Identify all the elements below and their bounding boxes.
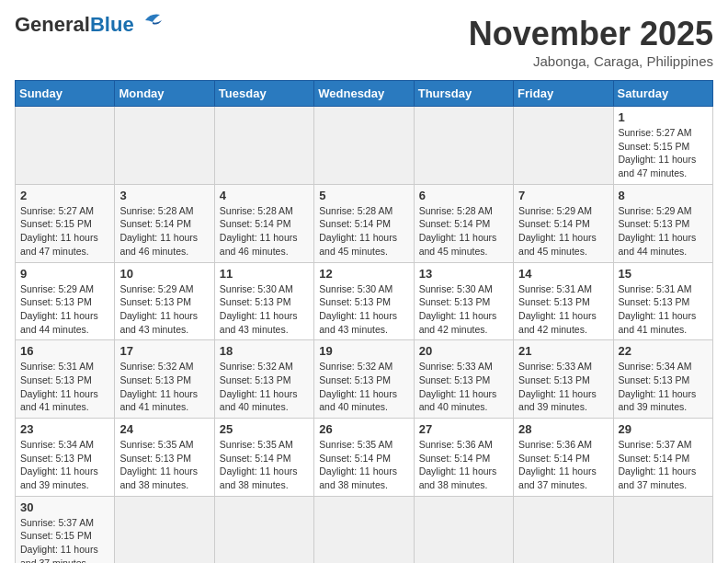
calendar-cell: 18Sunrise: 5:32 AMSunset: 5:13 PMDayligh… xyxy=(214,340,313,419)
logo: GeneralBlue xyxy=(15,15,165,35)
sunset-label: Sunset: 5:14 PM xyxy=(518,218,590,229)
day-number: 30 xyxy=(20,500,109,514)
sunrise-label: Sunrise: 5:33 AM xyxy=(518,361,592,372)
daylight-label: Daylight: 11 hours and 44 minutes. xyxy=(20,310,98,335)
daylight-label: Daylight: 11 hours and 39 minutes. xyxy=(20,465,98,490)
day-number: 2 xyxy=(20,189,109,202)
cell-info: Sunrise: 5:33 AMSunset: 5:13 PMDaylight:… xyxy=(518,360,608,414)
daylight-label: Daylight: 11 hours and 47 minutes. xyxy=(619,154,697,178)
daylight-label: Daylight: 11 hours and 38 minutes. xyxy=(419,465,497,490)
sunrise-label: Sunrise: 5:33 AM xyxy=(419,361,493,372)
calendar-cell xyxy=(314,496,414,563)
calendar-cell: 20Sunrise: 5:33 AMSunset: 5:13 PMDayligh… xyxy=(414,340,513,419)
sunrise-label: Sunrise: 5:36 AM xyxy=(518,439,592,450)
calendar-cell: 22Sunrise: 5:34 AMSunset: 5:13 PMDayligh… xyxy=(613,340,712,419)
daylight-label: Daylight: 11 hours and 45 minutes. xyxy=(319,232,397,257)
cell-info: Sunrise: 5:36 AMSunset: 5:14 PMDaylight:… xyxy=(518,438,608,492)
calendar-cell xyxy=(514,107,613,185)
day-number: 18 xyxy=(220,344,309,358)
day-number: 7 xyxy=(518,189,608,202)
sunset-label: Sunset: 5:14 PM xyxy=(220,453,291,464)
cell-info: Sunrise: 5:29 AMSunset: 5:13 PMDaylight:… xyxy=(619,204,708,259)
day-number: 10 xyxy=(119,267,209,281)
daylight-label: Daylight: 11 hours and 37 minutes. xyxy=(20,544,98,563)
calendar-cell: 23Sunrise: 5:34 AMSunset: 5:13 PMDayligh… xyxy=(16,419,115,497)
cell-info: Sunrise: 5:36 AMSunset: 5:14 PMDaylight:… xyxy=(419,438,508,492)
sunrise-label: Sunrise: 5:27 AM xyxy=(20,205,94,216)
calendar-week-1: 1Sunrise: 5:27 AMSunset: 5:15 PMDaylight… xyxy=(16,107,713,185)
cell-info: Sunrise: 5:29 AMSunset: 5:13 PMDaylight:… xyxy=(119,282,209,337)
logo-blue: Blue xyxy=(90,13,134,36)
calendar-cell: 5Sunrise: 5:28 AMSunset: 5:14 PMDaylight… xyxy=(314,184,414,262)
cell-info: Sunrise: 5:29 AMSunset: 5:14 PMDaylight:… xyxy=(518,204,608,259)
sunset-label: Sunset: 5:13 PM xyxy=(119,374,191,385)
cell-info: Sunrise: 5:32 AMSunset: 5:13 PMDaylight:… xyxy=(119,360,209,414)
calendar-cell xyxy=(613,496,712,563)
cell-info: Sunrise: 5:28 AMSunset: 5:14 PMDaylight:… xyxy=(319,204,408,259)
daylight-label: Daylight: 11 hours and 46 minutes. xyxy=(119,232,198,257)
calendar-cell: 28Sunrise: 5:36 AMSunset: 5:14 PMDayligh… xyxy=(514,419,613,497)
sunset-label: Sunset: 5:13 PM xyxy=(20,296,92,307)
sunrise-label: Sunrise: 5:37 AM xyxy=(20,517,94,528)
calendar-cell xyxy=(214,107,313,185)
sunrise-label: Sunrise: 5:28 AM xyxy=(220,205,293,216)
day-number: 13 xyxy=(419,267,508,281)
sunset-label: Sunset: 5:13 PM xyxy=(20,453,92,464)
weekday-header-row: SundayMondayTuesdayWednesdayThursdayFrid… xyxy=(16,81,713,107)
weekday-header-wednesday: Wednesday xyxy=(314,81,414,107)
calendar-cell: 24Sunrise: 5:35 AMSunset: 5:13 PMDayligh… xyxy=(115,419,214,497)
sunrise-label: Sunrise: 5:36 AM xyxy=(419,439,493,450)
cell-info: Sunrise: 5:31 AMSunset: 5:13 PMDaylight:… xyxy=(518,282,608,337)
calendar-cell: 15Sunrise: 5:31 AMSunset: 5:13 PMDayligh… xyxy=(613,262,712,340)
calendar-cell: 27Sunrise: 5:36 AMSunset: 5:14 PMDayligh… xyxy=(414,419,513,497)
day-number: 19 xyxy=(319,344,408,358)
day-number: 28 xyxy=(518,422,608,436)
sunrise-label: Sunrise: 5:29 AM xyxy=(119,283,193,294)
sunset-label: Sunset: 5:13 PM xyxy=(619,374,690,385)
calendar-cell: 29Sunrise: 5:37 AMSunset: 5:14 PMDayligh… xyxy=(613,419,712,497)
sunrise-label: Sunrise: 5:30 AM xyxy=(419,283,493,294)
cell-info: Sunrise: 5:28 AMSunset: 5:14 PMDaylight:… xyxy=(220,204,309,259)
cell-info: Sunrise: 5:28 AMSunset: 5:14 PMDaylight:… xyxy=(119,204,209,259)
weekday-header-friday: Friday xyxy=(514,81,613,107)
daylight-label: Daylight: 11 hours and 41 minutes. xyxy=(20,388,98,413)
day-number: 11 xyxy=(220,267,309,281)
sunset-label: Sunset: 5:13 PM xyxy=(119,453,191,464)
logo-text: GeneralBlue xyxy=(15,15,134,35)
cell-info: Sunrise: 5:27 AMSunset: 5:15 PMDaylight:… xyxy=(20,204,109,259)
sunset-label: Sunset: 5:13 PM xyxy=(20,374,92,385)
calendar-cell: 10Sunrise: 5:29 AMSunset: 5:13 PMDayligh… xyxy=(115,262,214,340)
daylight-label: Daylight: 11 hours and 37 minutes. xyxy=(518,465,597,490)
sunrise-label: Sunrise: 5:35 AM xyxy=(220,439,293,450)
calendar-table: SundayMondayTuesdayWednesdayThursdayFrid… xyxy=(15,80,713,563)
daylight-label: Daylight: 11 hours and 40 minutes. xyxy=(220,388,298,413)
daylight-label: Daylight: 11 hours and 43 minutes. xyxy=(119,310,198,335)
daylight-label: Daylight: 11 hours and 43 minutes. xyxy=(319,310,397,335)
calendar-cell: 11Sunrise: 5:30 AMSunset: 5:13 PMDayligh… xyxy=(214,262,313,340)
sunset-label: Sunset: 5:14 PM xyxy=(319,453,391,464)
day-number: 8 xyxy=(619,189,708,202)
cell-info: Sunrise: 5:35 AMSunset: 5:13 PMDaylight:… xyxy=(119,438,209,492)
calendar-cell: 30Sunrise: 5:37 AMSunset: 5:15 PMDayligh… xyxy=(16,496,115,563)
calendar-cell: 14Sunrise: 5:31 AMSunset: 5:13 PMDayligh… xyxy=(514,262,613,340)
daylight-label: Daylight: 11 hours and 38 minutes. xyxy=(319,465,397,490)
calendar-cell: 17Sunrise: 5:32 AMSunset: 5:13 PMDayligh… xyxy=(115,340,214,419)
sunrise-label: Sunrise: 5:29 AM xyxy=(619,205,692,216)
cell-info: Sunrise: 5:37 AMSunset: 5:14 PMDaylight:… xyxy=(619,438,708,492)
day-number: 5 xyxy=(319,189,408,202)
sunset-label: Sunset: 5:13 PM xyxy=(419,374,491,385)
calendar-cell: 12Sunrise: 5:30 AMSunset: 5:13 PMDayligh… xyxy=(314,262,414,340)
calendar-cell: 13Sunrise: 5:30 AMSunset: 5:13 PMDayligh… xyxy=(414,262,513,340)
day-number: 21 xyxy=(518,344,608,358)
calendar-cell: 25Sunrise: 5:35 AMSunset: 5:14 PMDayligh… xyxy=(214,419,313,497)
daylight-label: Daylight: 11 hours and 40 minutes. xyxy=(419,388,497,413)
calendar-cell: 4Sunrise: 5:28 AMSunset: 5:14 PMDaylight… xyxy=(214,184,313,262)
logo-bird-icon xyxy=(136,11,165,31)
sunrise-label: Sunrise: 5:31 AM xyxy=(619,283,692,294)
day-number: 15 xyxy=(619,267,708,281)
daylight-label: Daylight: 11 hours and 42 minutes. xyxy=(419,310,497,335)
sunrise-label: Sunrise: 5:34 AM xyxy=(20,439,94,450)
calendar-cell: 3Sunrise: 5:28 AMSunset: 5:14 PMDaylight… xyxy=(115,184,214,262)
daylight-label: Daylight: 11 hours and 45 minutes. xyxy=(419,232,497,257)
calendar-week-4: 16Sunrise: 5:31 AMSunset: 5:13 PMDayligh… xyxy=(16,340,713,419)
